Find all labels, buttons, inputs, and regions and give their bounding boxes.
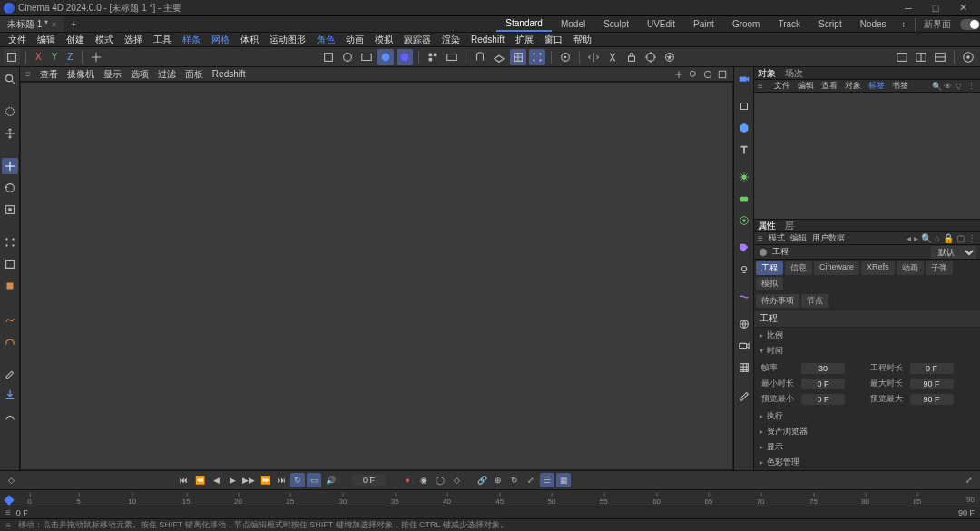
om-menu-edit[interactable]: 编辑 [798,80,814,92]
om-menu-icon[interactable]: ⋮ [967,82,976,91]
menu-help[interactable]: 帮助 [569,34,596,46]
bezier-tool-icon[interactable] [2,332,18,349]
section-scale[interactable]: 比例 [754,328,980,343]
range-end[interactable]: 90 F [958,508,975,517]
sb-ham-icon[interactable]: ≡ [5,520,11,530]
vp-nav-zoom-icon[interactable] [688,69,699,80]
menu-animate[interactable]: 动画 [341,34,368,46]
render-settings-icon[interactable] [377,49,394,65]
playhead-icon[interactable] [4,495,14,505]
range-icon[interactable]: ▭ [307,473,321,487]
points-mode-icon[interactable] [2,234,18,251]
three-lines-icon[interactable]: ≡ [5,507,11,517]
sound-icon[interactable]: 🔊 [323,473,338,487]
vp-nav-move-icon[interactable] [673,69,684,80]
polys-mode-icon[interactable] [2,278,18,294]
section-display[interactable]: 显示 [754,439,980,455]
snap-grid-icon[interactable] [529,49,545,65]
maximize-button[interactable]: □ [922,1,949,15]
projlen-input[interactable] [910,363,954,374]
vp-nav-rotate-icon[interactable] [702,69,713,80]
prev-frame-icon[interactable]: ◀ [209,473,223,487]
am-menu-mode[interactable]: 模式 [769,232,785,244]
render-region-icon[interactable] [320,49,337,65]
menu-render[interactable]: 渲染 [437,34,465,46]
asset-icon[interactable] [662,49,678,65]
rotate-mode-icon[interactable] [2,180,18,196]
attr-tab-anim[interactable]: 动画 [897,261,924,275]
light-tool-icon[interactable] [736,261,752,278]
place-tool-icon[interactable] [2,387,18,403]
link-icon[interactable]: 🔗 [475,473,489,487]
am-search-icon[interactable]: 🔍 [921,233,932,243]
frame-display[interactable]: 0 F [352,475,386,486]
menu-tools[interactable]: 工具 [149,34,176,46]
maxlen-input[interactable] [910,379,954,389]
layout2-icon[interactable] [913,49,929,65]
menu-simulate[interactable]: 模拟 [370,34,397,46]
attr-tab-info[interactable]: 信息 [785,261,812,275]
om-menu-file[interactable]: 文件 [774,80,790,92]
render-view-icon[interactable] [339,49,356,65]
vp-toggle-icon[interactable] [717,69,728,80]
spline-tool-icon[interactable] [2,310,18,327]
am-home-icon[interactable]: ⌂ [935,233,940,243]
tab-layers[interactable]: 层 [785,220,794,232]
scene-tool-icon[interactable] [736,316,752,332]
am-nav-back-icon[interactable]: ◂ [906,233,911,243]
deformer-tool-icon[interactable] [736,191,752,207]
menu-volume[interactable]: 体积 [236,34,263,46]
layout3-icon[interactable] [932,49,948,65]
symmetry-plane-icon[interactable] [604,49,621,65]
pos-key-icon[interactable]: ⊕ [491,473,505,487]
menu-tracker[interactable]: 跟踪器 [399,34,436,46]
premin-input[interactable] [801,394,845,405]
om-menu-view[interactable]: 查看 [821,80,838,92]
layout-tab-model[interactable]: Model [552,16,594,32]
om-menu-tags[interactable]: 标签 [868,80,885,92]
expand-timeline-icon[interactable]: ⤢ [962,473,976,487]
snap-toggle-icon[interactable] [472,49,488,65]
am-lock-icon[interactable]: 🔒 [943,233,954,243]
workplane-icon[interactable] [491,49,507,65]
layout-tab-uvedit[interactable]: UVEdit [638,16,684,32]
timeline-ruler[interactable]: 0 5 10 15 20 25 30 35 40 45 50 55 60 65 … [0,489,980,506]
layout-tab-script[interactable]: Script [809,16,851,32]
close-button[interactable]: ✕ [949,1,976,15]
pla-key-icon[interactable]: ▦ [556,473,571,487]
text-tool-icon[interactable] [736,142,752,158]
layout-tab-groom[interactable]: Groom [723,16,769,32]
layout-tab-paint[interactable]: Paint [684,16,723,32]
move-tool-icon[interactable] [2,125,18,142]
keyopt2-icon[interactable]: ◇ [449,473,464,487]
tab-attributes[interactable]: 属性 [758,220,776,232]
om-ham-icon[interactable]: ≡ [758,81,763,91]
scale-mode-icon[interactable] [2,202,18,218]
keyopt1-icon[interactable]: ◯ [433,473,447,487]
vp-menu-filter[interactable]: 过滤 [158,68,176,81]
render-pv-icon[interactable] [358,49,375,65]
quantize-icon[interactable] [510,49,526,65]
material-mgr-icon[interactable] [425,49,441,65]
mograph-tool-icon[interactable] [736,289,752,305]
section-exec[interactable]: 执行 [754,408,980,424]
menu-extensions[interactable]: 扩展 [511,34,538,46]
vp-menu-redshift[interactable]: Redshift [212,69,246,79]
generator-tool-icon[interactable] [736,169,752,185]
attr-tab-project[interactable]: 工程 [756,261,783,275]
attr-tab-xrefs[interactable]: XRefs [861,261,895,275]
coord-system-icon[interactable] [88,49,104,65]
edit-pencil-icon[interactable] [736,387,752,403]
search-icon[interactable] [2,71,18,87]
om-eye-icon[interactable]: 👁 [944,82,953,91]
new-tab-button[interactable]: + [64,19,83,29]
mode-select[interactable]: 默认 [931,246,976,259]
extra-tool-icon[interactable] [2,408,18,425]
attr-tab-nodes[interactable]: 节点 [801,294,828,308]
layout-tab-sculpt[interactable]: Sculpt [594,16,638,32]
minlen-input[interactable] [801,379,845,389]
play-icon[interactable]: ▶ [225,473,240,487]
content-browser-icon[interactable] [444,49,460,65]
layout-tab-standard[interactable]: Standard [496,16,552,32]
section-assets[interactable]: 资产浏览器 [754,424,980,439]
